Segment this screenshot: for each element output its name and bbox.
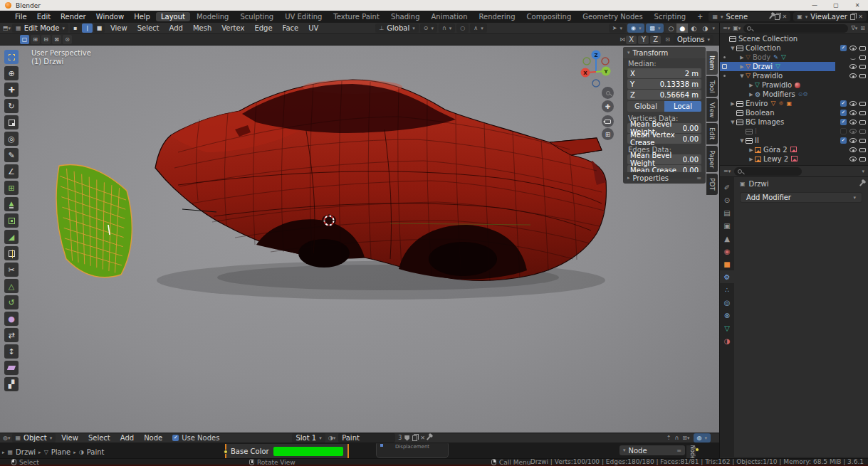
tool-rip-region[interactable]: ▞ <box>4 377 19 391</box>
node-sidebar-tab[interactable]: Node <box>686 445 696 458</box>
workspace-tab[interactable]: Geometry Nodes <box>577 12 647 21</box>
outliner-restriction-dropdown[interactable]: ▣▾ <box>733 25 741 31</box>
shading-material-button[interactable]: ◐ <box>688 23 699 33</box>
expander-icon[interactable]: ▶ <box>729 101 736 107</box>
exclude-checkbox[interactable] <box>840 128 847 134</box>
zoom-view-button[interactable] <box>602 87 614 99</box>
sidebar-tab-tool[interactable]: Tool <box>706 76 718 97</box>
sidebar-tab-edit[interactable]: Edit <box>706 123 718 144</box>
new-scene-icon[interactable] <box>775 14 780 20</box>
menu-file[interactable]: File <box>10 13 32 21</box>
disable-render-icon[interactable] <box>859 120 866 125</box>
workspace-tab[interactable]: Scripting <box>649 12 691 21</box>
tool-measure[interactable]: ∠ <box>4 164 19 179</box>
hide-eye-icon[interactable] <box>849 73 857 78</box>
outliner-search-input[interactable] <box>743 24 848 33</box>
outliner-row-collection[interactable]: ▼ Collection ✓ <box>720 43 868 53</box>
pivot-point-dropdown[interactable]: ⊙▾ <box>420 23 437 33</box>
menu-render[interactable]: Render <box>56 13 91 21</box>
options-dropdown[interactable]: Options▾ <box>674 35 713 44</box>
outliner-row-prawidlo-data[interactable]: ▶ ▽ Prawidlo <box>720 80 868 90</box>
proportional-editing-toggle[interactable]: ○ <box>456 23 469 33</box>
properties-editor-type-dropdown[interactable]: ≡▾ <box>723 168 731 174</box>
menu-help[interactable]: Help <box>129 13 155 21</box>
sidebar-tab-item[interactable]: Item <box>706 51 718 75</box>
transform-orientation-dropdown[interactable]: ⊥Global▾ <box>375 23 418 33</box>
global-button[interactable]: Global <box>627 101 664 112</box>
menu-select[interactable]: Select <box>84 434 115 442</box>
tab-view-layer[interactable]: ▣ <box>720 219 734 232</box>
tool-edge-slide[interactable]: ⇄ <box>4 328 19 342</box>
disable-render-icon[interactable] <box>859 74 866 78</box>
select-mode-subtract-button[interactable]: ⊟ <box>41 35 51 44</box>
expander-icon[interactable]: ▶ <box>738 55 746 60</box>
tool-smooth[interactable]: ● <box>4 312 19 326</box>
expander-icon[interactable]: ▶ <box>748 83 755 88</box>
tool-cursor[interactable]: ⊕ <box>4 66 19 80</box>
disable-render-icon[interactable] <box>859 157 866 161</box>
expander-icon[interactable]: ▼ <box>729 46 736 51</box>
edge-mean-bevel-weight-field[interactable]: Mean Bevel Weight0.00 <box>627 154 701 164</box>
tool-move[interactable]: ✚ <box>4 83 19 97</box>
tool-knife[interactable]: ✂ <box>4 263 19 277</box>
sidebar-tab-view[interactable]: View <box>706 98 718 122</box>
menu-view[interactable]: View <box>106 24 132 32</box>
menu-edge[interactable]: Edge <box>250 24 276 32</box>
vertex-select-mode-button[interactable]: ▪ <box>70 23 80 33</box>
add-modifier-dropdown[interactable]: Add Modifier▾ <box>740 192 862 203</box>
overlays-dropdown[interactable]: ◍▾ <box>694 433 711 443</box>
outliner-row-modifiers[interactable]: ▶ ⚙ Modifiers ⊙⚙ <box>720 90 868 99</box>
tool-poly-build[interactable]: △ <box>4 279 19 293</box>
outliner-row-lewy-2[interactable]: ▶ Lewy 2 <box>720 154 868 164</box>
workspace-tab[interactable]: Rendering <box>474 12 520 21</box>
outliner-row-ii[interactable]: ▼ II ✓ <box>720 136 868 145</box>
outliner-row-enviro[interactable]: ▶ Enviro ▽ ☼ ▣ ✓ <box>720 99 868 108</box>
workspace-tab[interactable]: Modeling <box>192 12 234 21</box>
tool-extrude-region[interactable]: ▲ <box>4 197 19 211</box>
outliner-display-mode-dropdown[interactable]: ≡▾ <box>723 25 730 31</box>
new-viewlayer-icon[interactable] <box>850 14 855 20</box>
transform-panel-header[interactable]: ▾Transform <box>623 47 706 58</box>
outliner-row-boolean[interactable]: Boolean ✓ <box>720 108 868 117</box>
workspace-tab[interactable]: Texture Paint <box>328 12 385 21</box>
tab-constraints[interactable]: ⊗ <box>720 309 734 322</box>
tab-tool[interactable]: ✐ <box>720 181 734 194</box>
exclude-checkbox[interactable]: ✓ <box>840 119 847 125</box>
menu-add[interactable]: Add <box>165 24 187 32</box>
tool-bevel[interactable]: ◢ <box>4 230 19 244</box>
hide-eye-icon[interactable] <box>849 157 857 161</box>
median-z-field[interactable]: Z0.56664 m <box>627 90 701 100</box>
outliner-row-bg-images[interactable]: ▼ BG Images ✓ <box>720 117 868 127</box>
exclude-checkbox[interactable]: ✓ <box>840 45 847 51</box>
add-workspace-button[interactable]: + <box>692 12 708 21</box>
menu-mesh[interactable]: Mesh <box>189 24 216 32</box>
maximize-button[interactable]: ▢ <box>825 2 847 9</box>
tab-object[interactable]: ■ <box>720 258 734 270</box>
median-x-field[interactable]: X2 m <box>627 68 701 78</box>
menu-view[interactable]: View <box>57 434 83 442</box>
pin-icon[interactable] <box>427 435 431 440</box>
disable-render-icon[interactable] <box>859 139 866 143</box>
expander-icon[interactable]: ▶ <box>748 157 755 162</box>
hide-eye-icon[interactable] <box>849 101 857 106</box>
pin-icon[interactable] <box>859 181 864 186</box>
shader-node-canvas[interactable]: Base Color Displacement ▸ ▦ Drzwi▸ ▽ Pla… <box>0 443 719 459</box>
expander-icon[interactable]: ▼ <box>729 120 736 125</box>
tool-rotate[interactable]: ↻ <box>4 99 19 113</box>
users-count-button[interactable]: 3 <box>398 435 402 441</box>
unlink-icon[interactable]: ✕ <box>783 14 788 20</box>
tab-object-data[interactable]: ▽ <box>720 322 734 334</box>
outliner-row-scene-collection[interactable]: Scene Collection <box>720 34 868 43</box>
tab-material[interactable]: ◑ <box>720 334 734 347</box>
properties-search-input[interactable] <box>734 167 802 176</box>
shading-solid-button[interactable]: ● <box>676 23 688 33</box>
slot-dropdown[interactable]: Slot 1▾ <box>292 433 325 443</box>
tab-output[interactable]: ▤ <box>720 206 734 219</box>
tool-select-box[interactable] <box>4 50 19 64</box>
expander-icon[interactable]: ▶ <box>748 92 755 97</box>
new-material-icon[interactable] <box>412 435 417 441</box>
expander-icon[interactable]: ▼ <box>738 73 746 79</box>
outliner-row-body[interactable]: ▶ ▽ Body ✎ ▽ <box>720 53 868 62</box>
select-mode-set-button[interactable]: ▢ <box>20 35 29 44</box>
ortho-toggle-button[interactable]: ⊞ <box>602 128 614 140</box>
